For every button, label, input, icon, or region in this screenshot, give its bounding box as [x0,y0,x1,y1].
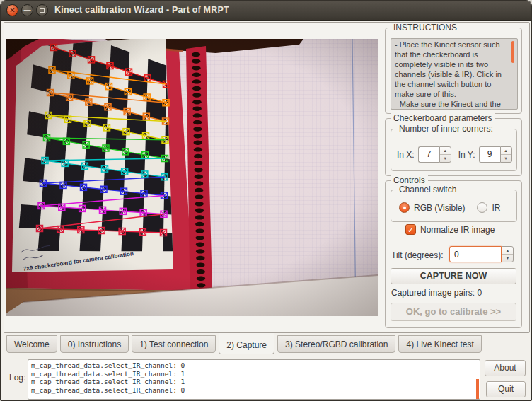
in-y-value[interactable]: 9 [479,146,500,163]
normalize-ir-label: Normalize IR image [420,225,495,235]
log-textarea[interactable]: m_cap_thread_data.select_IR_channel: 0 m… [28,359,480,400]
log-label: Log: [9,373,25,383]
instructions-groupbox: INSTRUCTIONS - Place the Kinect sensor s… [385,28,522,114]
quit-button[interactable]: Quit [486,381,526,397]
in-x-spin-down-icon[interactable]: ▼ [440,154,451,162]
checkerboard-params-label: Checkerboard parameters [391,113,495,123]
in-y-spin-up-icon[interactable]: ▲ [501,147,511,154]
tab-test-connection[interactable]: 1) Test connection [132,335,216,353]
inner-corners-label: Number of inner corners: [396,124,496,134]
tab-stereo-rgbd-calibration[interactable]: 3) Stereo/RGBD calibration [277,335,395,353]
text-cursor [453,250,453,259]
in-y-spin-down-icon[interactable]: ▼ [501,154,511,162]
tilt-input[interactable]: 0 [449,246,502,262]
tab-instructions[interactable]: 0) Instructions [60,335,129,353]
in-x-spin-up-icon[interactable]: ▲ [440,147,451,154]
checkerboard-params-groupbox: Checkerboard parameters Number of inner … [385,118,522,176]
instructions-textarea[interactable]: - Place the Kinect sensor such that the … [391,38,518,110]
in-x-spinner[interactable]: 7 ▲ ▼ [418,146,451,163]
controls-groupbox: Controls Channel switch RGB (Visible) IR… [385,180,522,328]
tab-capture[interactable]: 2) Capture [219,333,274,354]
instructions-scrollbar-thumb[interactable] [511,41,514,63]
minimize-icon[interactable]: — [21,4,33,16]
titlebar: ✕ — Kinect calibration Wizard - Part of … [1,1,531,21]
close-icon[interactable]: ✕ [6,4,18,16]
captured-pairs-text: Captured image pairs: 0 [391,288,482,298]
tilt-spin-down-icon[interactable]: ▼ [502,254,513,262]
channel-switch-groupbox: Channel switch RGB (Visible) IR [391,190,517,222]
in-x-value[interactable]: 7 [418,146,439,163]
app-window: ✕ — Kinect calibration Wizard - Part of … [0,0,532,401]
ir-radio[interactable] [477,202,487,213]
tilt-label: Tilt (degrees): [391,250,444,260]
rgb-radio[interactable] [399,202,410,213]
channel-switch-label: Channel switch [396,185,459,194]
normalize-ir-checkbox[interactable]: ✓ [405,224,416,235]
ir-radio-label: IR [492,203,500,213]
inner-corners-groupbox: Number of inner corners: In X: 7 ▲ ▼ In … [391,129,517,171]
capture-now-button[interactable]: CAPTURE NOW [391,268,516,284]
tilt-spin-up-icon[interactable]: ▲ [502,247,513,254]
in-y-spinner[interactable]: 9 ▲ ▼ [479,146,512,163]
in-x-label: In X: [397,150,415,160]
tab-bar: Welcome 0) Instructions 1) Test connecti… [6,333,482,354]
tab-welcome[interactable]: Welcome [6,335,57,353]
about-button[interactable]: About [485,360,526,376]
log-scrollbar-thumb[interactable] [476,379,479,399]
camera-view: 7x9 checkerboard for camera calibration [6,39,378,316]
tab-live-kinect-test[interactable]: 4) Live Kinect test [398,335,481,353]
ok-calibrate-button[interactable]: OK, go to calibrate >> [391,303,516,321]
maximize-icon[interactable] [36,4,48,16]
rgb-radio-label: RGB (Visible) [414,203,465,213]
window-title: Kinect calibration Wizard - Part of MRPT [54,1,229,20]
in-y-label: In Y: [458,150,475,160]
controls-label: Controls [391,175,428,185]
instructions-label: INSTRUCTIONS [391,23,460,33]
tilt-spinner[interactable]: 0 ▲ ▼ [449,246,514,262]
